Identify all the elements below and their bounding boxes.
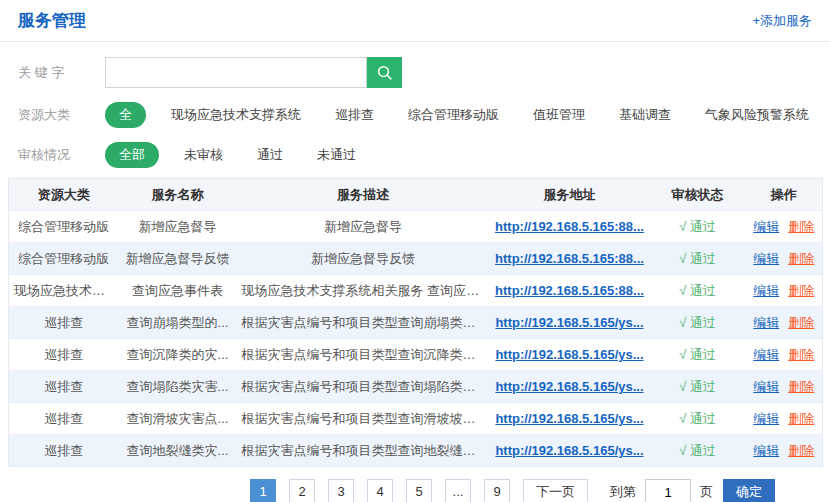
edit-button[interactable]: 编辑 (753, 315, 779, 330)
audit-option-all[interactable]: 全部 (105, 142, 159, 168)
resource-option[interactable]: 巡排查 (335, 106, 374, 124)
resource-option[interactable]: 现场应急技术支撑系统 (171, 106, 301, 124)
service-url-link[interactable]: http://192.168.5.165:88... (495, 283, 644, 298)
resource-option[interactable]: 基础调查 (619, 106, 671, 124)
edit-button[interactable]: 编辑 (753, 219, 779, 234)
table-row: 巡排查 查询塌陷类灾害... 根据灾害点编号和项目类型查询塌陷类灾害点的详...… (9, 371, 823, 403)
cell-description: 新增应急督导反馈 (237, 243, 490, 275)
edit-button[interactable]: 编辑 (753, 379, 779, 394)
cell-name: 查询滑坡灾害点... (119, 403, 237, 435)
goto-page-suffix: 页 (700, 483, 713, 501)
table-row: 巡排查 查询崩塌类型的... 根据灾害点编号和项目类型查询崩塌类灾害点的详...… (9, 307, 823, 339)
service-url-link[interactable]: http://192.168.5.165/ys... (495, 347, 643, 362)
cell-description: 根据灾害点编号和项目类型查询滑坡坡灾害点的详... (237, 403, 490, 435)
col-header-name: 服务名称 (119, 179, 237, 211)
cell-category: 综合管理移动版 (9, 243, 119, 275)
resource-filter-label: 资源大类 (18, 106, 105, 124)
cell-category: 巡排查 (9, 307, 119, 339)
cell-name: 新增应急督导反馈 (119, 243, 237, 275)
page-button-1[interactable]: 1 (250, 479, 276, 502)
service-url-link[interactable]: http://192.168.5.165/ys... (495, 411, 643, 426)
resource-filter-row: 资源大类 全部 现场应急技术支撑系统 巡排查 综合管理移动版 值班管理 基础调查… (18, 102, 822, 128)
cell-category: 综合管理移动版 (9, 211, 119, 243)
service-url-link[interactable]: http://192.168.5.165/ys... (495, 443, 643, 458)
col-header-url: 服务地址 (490, 179, 650, 211)
table-row: 综合管理移动版 新增应急督导 新增应急督导 http://192.168.5.1… (9, 211, 823, 243)
service-url-link[interactable]: http://192.168.5.165/ys... (495, 379, 643, 394)
audit-option[interactable]: 未通过 (317, 146, 356, 164)
edit-button[interactable]: 编辑 (753, 283, 779, 298)
table-row: 综合管理移动版 新增应急督导反馈 新增应急督导反馈 http://192.168… (9, 243, 823, 275)
audit-filter-label: 审核情况 (18, 146, 105, 164)
service-url-link[interactable]: http://192.168.5.165/ys... (495, 315, 643, 330)
delete-button[interactable]: 删除 (788, 315, 814, 330)
edit-button[interactable]: 编辑 (753, 251, 779, 266)
status-badge: √ 通过 (679, 411, 716, 426)
delete-button[interactable]: 删除 (788, 219, 814, 234)
keyword-label: 关 键 字 (18, 64, 105, 82)
confirm-page-button[interactable]: 确定 (723, 479, 775, 502)
page-button-5[interactable]: 5 (406, 479, 432, 502)
goto-page-input[interactable] (645, 479, 691, 502)
cell-description: 新增应急督导 (237, 211, 490, 243)
cell-description: 根据灾害点编号和项目类型查询崩塌类灾害点的详... (237, 307, 490, 339)
service-url-link[interactable]: http://192.168.5.165:88... (495, 251, 644, 266)
service-table-wrap: 资源大类 服务名称 服务描述 服务地址 审核状态 操作 综合管理移动版 新增应急… (8, 178, 822, 467)
page-ellipsis[interactable]: ... (445, 479, 471, 502)
keyword-input[interactable] (105, 57, 367, 88)
page-button-2[interactable]: 2 (289, 479, 315, 502)
edit-button[interactable]: 编辑 (753, 347, 779, 362)
service-url-link[interactable]: http://192.168.5.165:88... (495, 219, 644, 234)
audit-filter-row: 审核情况 全部 未审核 通过 未通过 (18, 142, 822, 168)
audit-option[interactable]: 未审核 (184, 146, 223, 164)
status-badge: √ 通过 (679, 379, 716, 394)
edit-button[interactable]: 编辑 (753, 411, 779, 426)
delete-button[interactable]: 删除 (788, 347, 814, 362)
cell-name: 查询沉降类的灾... (119, 339, 237, 371)
cell-description: 根据灾害点编号和项目类型查询地裂缝类型的灾害... (237, 435, 490, 467)
keyword-row: 关 键 字 (18, 57, 822, 88)
status-badge: √ 通过 (679, 347, 716, 362)
cell-category: 巡排查 (9, 371, 119, 403)
resource-option[interactable]: 气象风险预警系统 (705, 106, 809, 124)
delete-button[interactable]: 删除 (788, 443, 814, 458)
status-badge: √ 通过 (679, 315, 716, 330)
page-title: 服务管理 (18, 9, 86, 32)
status-badge: √ 通过 (679, 283, 716, 298)
cell-category: 巡排查 (9, 339, 119, 371)
cell-name: 查询应急事件表 (119, 275, 237, 307)
table-header-row: 资源大类 服务名称 服务描述 服务地址 审核状态 操作 (9, 179, 823, 211)
col-header-category: 资源大类 (9, 179, 119, 211)
filter-panel: 关 键 字 资源大类 全部 现场应急技术支撑系统 巡排查 综合管理移动版 值班管… (0, 57, 830, 168)
next-page-button[interactable]: 下一页 (523, 479, 588, 502)
cell-description: 根据灾害点编号和项目类型查询塌陷类灾害点的详... (237, 371, 490, 403)
status-badge: √ 通过 (679, 443, 716, 458)
page-button-9[interactable]: 9 (484, 479, 510, 502)
edit-button[interactable]: 编辑 (753, 443, 779, 458)
page-button-3[interactable]: 3 (328, 479, 354, 502)
delete-button[interactable]: 删除 (788, 411, 814, 426)
delete-button[interactable]: 删除 (788, 283, 814, 298)
page-button-4[interactable]: 4 (367, 479, 393, 502)
delete-button[interactable]: 删除 (788, 251, 814, 266)
table-row: 巡排查 查询地裂缝类灾... 根据灾害点编号和项目类型查询地裂缝类型的灾害...… (9, 435, 823, 467)
resource-option[interactable]: 值班管理 (533, 106, 585, 124)
add-service-button[interactable]: +添加服务 (752, 12, 812, 30)
delete-button[interactable]: 删除 (788, 379, 814, 394)
cell-category: 巡排查 (9, 435, 119, 467)
audit-option[interactable]: 通过 (257, 146, 283, 164)
resource-option-all[interactable]: 全部 (105, 102, 146, 128)
status-badge: √ 通过 (679, 219, 716, 234)
service-table: 资源大类 服务名称 服务描述 服务地址 审核状态 操作 综合管理移动版 新增应急… (8, 178, 823, 467)
cell-name: 查询崩塌类型的... (119, 307, 237, 339)
cell-name: 查询塌陷类灾害... (119, 371, 237, 403)
cell-category: 巡排查 (9, 403, 119, 435)
resource-option[interactable]: 综合管理移动版 (408, 106, 499, 124)
cell-name: 新增应急督导 (119, 211, 237, 243)
cell-description: 现场应急技术支撑系统相关服务 查询应急事件表 (237, 275, 490, 307)
topbar: 服务管理 +添加服务 (0, 0, 830, 42)
search-icon (376, 64, 394, 82)
cell-name: 查询地裂缝类灾... (119, 435, 237, 467)
col-header-actions: 操作 (746, 179, 823, 211)
search-button[interactable] (367, 57, 402, 88)
